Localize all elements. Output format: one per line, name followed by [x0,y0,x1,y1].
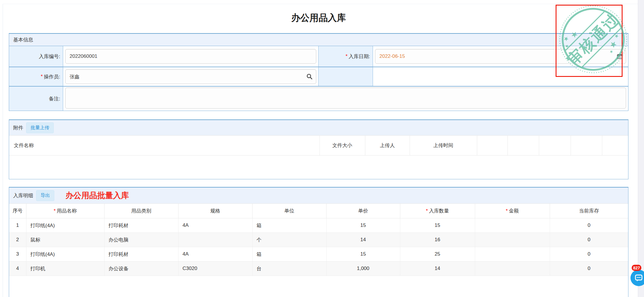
vertical-scrollbar[interactable] [638,0,644,297]
code-input[interactable] [65,49,316,64]
operator-label: * 操作员: [9,67,63,86]
chat-button[interactable] [630,270,644,286]
basic-info-header: 基本信息 [9,34,628,46]
details-header-row: 序号 *用品名称 用品类别 规格 单位 单价 *入库数量 *金额 当前库存 [9,204,628,218]
basic-info-panel: 基本信息 入库编号: * 入库日期: [9,33,628,111]
empty-label-cell [319,67,373,86]
table-row[interactable]: 1 打印纸(4A) 打印耗材 4A 箱 15 15 0 [9,218,628,233]
col-qty: *入库数量 [400,204,475,218]
attachments-header: 附件 批量上传 [9,120,628,135]
col-empty [477,136,507,156]
chat-bubble-icon [634,273,643,283]
date-label: * 入库日期: [319,46,373,67]
remark-field-wrap [65,87,626,110]
required-asterisk: * [426,208,428,214]
col-name: *用品名称 [26,204,104,218]
col-price: 单价 [326,204,400,218]
basic-info-grid: 入库编号: * 入库日期: [9,46,628,111]
required-asterisk: * [41,74,43,80]
code-label: 入库编号: [9,46,63,67]
col-amount: *金额 [475,204,550,218]
required-asterisk: * [54,208,56,214]
export-button[interactable]: 导出 [36,190,54,201]
page-frame-top [3,4,638,4]
col-upload-time: 上传时间 [410,136,477,156]
col-empty [507,136,539,156]
table-row[interactable]: 4 打印机 办公设备 C3020 台 1,000 14 0 [9,261,628,276]
required-asterisk: * [506,208,508,214]
required-asterisk: * [346,53,348,59]
col-unit: 单位 [252,204,326,218]
attachments-title: 附件 [13,124,23,131]
attachments-header-row: 文件名称 文件大小 上传人 上传时间 [9,136,628,156]
col-file-size: 文件大小 [320,136,365,156]
col-empty [571,136,602,156]
details-panel: 入库明细 导出 办公用品批量入库 序号 *用品名称 用品类别 规格 单位 单价 … [9,187,628,297]
remark-textarea[interactable] [65,87,626,109]
code-field-wrap [65,49,316,64]
col-stock: 当前库存 [550,204,628,218]
col-file-name: 文件名称 [9,136,320,156]
col-seq: 序号 [9,204,26,218]
col-empty [602,136,628,156]
details-title: 入库明细 [13,192,33,199]
details-table: 序号 *用品名称 用品类别 规格 单位 单价 *入库数量 *金额 当前库存 1 … [9,203,628,276]
operator-field-wrap [65,69,316,84]
col-empty [539,136,571,156]
details-header: 入库明细 导出 办公用品批量入库 [9,188,628,203]
attachments-panel: 附件 批量上传 文件名称 文件大小 上传人 上传时间 [9,119,628,179]
search-icon[interactable] [306,73,313,80]
col-spec: 规格 [178,204,252,218]
batch-upload-button[interactable]: 批量上传 [26,122,54,133]
table-row[interactable]: 2 鼠标 办公电脑 个 14 16 0 [9,233,628,247]
table-row[interactable]: 3 打印纸(4A) 打印耗材 4A 箱 15 25 0 [9,247,628,261]
remark-label: 备注: [9,86,63,111]
details-banner: 办公用品批量入库 [65,190,129,201]
page-title: 办公用品入库 [9,12,628,24]
attachments-table: 文件名称 文件大小 上传人 上传时间 [9,135,628,156]
col-category: 用品类别 [104,204,178,218]
stamp-highlight-box [556,5,623,77]
basic-info-title: 基本信息 [13,36,33,43]
col-uploader: 上传人 [365,136,410,156]
page-frame-left [3,4,3,297]
operator-input[interactable] [65,69,316,84]
chat-unread-badge: 827 [632,265,641,271]
